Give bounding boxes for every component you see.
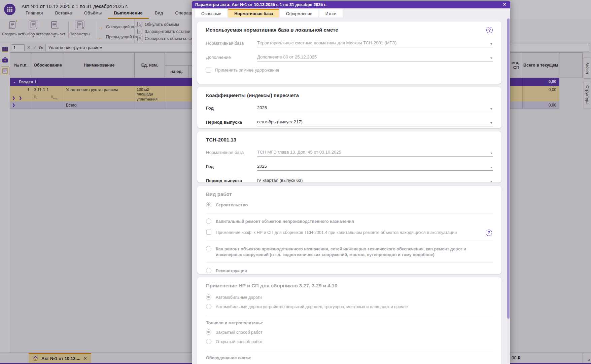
card-title: Вид работ — [206, 191, 493, 197]
addition-select[interactable]: Дополнение 80 от 25.12.2025▾ — [257, 54, 493, 62]
card-coefficients: Коэффициенты (индексы) пересчета Год 202… — [197, 87, 501, 128]
subsection-comm: Оборудование связи: — [206, 356, 493, 360]
tab-formatting[interactable]: Оформление — [280, 9, 318, 17]
tab-normative-base[interactable]: Нормативная база — [228, 9, 279, 17]
chevron-down-icon: ▾ — [490, 107, 492, 111]
card-nr-sp: Применение НР и СП для сборников 3.27, 3… — [197, 277, 501, 364]
radio-capital-repair-prod[interactable]: Кап.ремонт объектов производственного на… — [206, 246, 493, 258]
divider — [206, 213, 493, 213]
card-title: Применение НР и СП для сборников 3.27, 3… — [206, 283, 493, 288]
card-title: Используемая нормативная база в локально… — [206, 27, 338, 33]
radio-open-method[interactable]: Открытый способ работ — [206, 339, 493, 345]
field-tsn-year: Год 2025▾ — [206, 164, 493, 171]
field-release-period: Период выпуска сентябрь (выпуск 217)▾ — [206, 119, 493, 126]
winter-surcharge-checkbox[interactable]: Применить зимнее удорожание — [206, 68, 493, 73]
checkbox-icon — [206, 68, 211, 73]
chevron-down-icon: ▾ — [490, 165, 492, 169]
year-select[interactable]: 2025▾ — [257, 105, 493, 112]
act-parameters-dialog: Параметры акта: Акт №1 от 10.12.2025 с 1… — [192, 1, 510, 364]
radio-off-icon — [206, 304, 211, 309]
checkbox-nr-sp-coeff[interactable]: Применение коэф. к НР и СП для сборников… — [206, 230, 493, 236]
card-normative-base: Используемая нормативная база в локально… — [197, 22, 501, 84]
chevron-down-icon: ▾ — [490, 179, 492, 183]
tsn-base-select[interactable]: ТСН МГЭ глава 13. Доп. 45 от 03.10.2025▾ — [257, 150, 493, 157]
dialog-tab-bar: Основные Нормативная база Оформление Ито… — [192, 8, 510, 17]
field-tsn-release-period: Период выпуска IV квартал (выпуск 63)▾ — [206, 178, 493, 183]
radio-off-icon — [206, 218, 211, 224]
subsection-tunnels: Тоннели и метрополитены: — [206, 321, 493, 325]
field-addition: Дополнение Дополнение 80 от 25.12.2025▾ — [206, 54, 493, 62]
chevron-down-icon: ▾ — [490, 56, 492, 60]
card-work-type: Вид работ Строительство Капитальный ремо… — [197, 186, 501, 274]
tab-totals[interactable]: Итоги — [319, 9, 343, 17]
field-tsn-normative-base: Нормативная база ТСН МГЭ глава 13. Доп. … — [206, 150, 493, 157]
close-dialog-icon[interactable]: ✕ — [502, 2, 507, 7]
divider — [206, 350, 493, 350]
radio-capital-repair-nonprod[interactable]: Капитальный ремонт объектов непроизводст… — [206, 218, 493, 225]
scrollbar-thumb[interactable] — [507, 18, 510, 319]
radio-reconstruction[interactable]: Реконструкция — [206, 268, 493, 274]
help-icon[interactable]: ? — [486, 230, 492, 236]
chevron-down-icon: ▾ — [490, 151, 492, 155]
divider — [206, 262, 493, 263]
dialog-scrollbar[interactable] — [507, 18, 510, 363]
card-tsn-2001-13: ТСН-2001.13 Нормативная база ТСН МГЭ гла… — [197, 131, 501, 183]
dialog-title: Параметры акта: Акт №1 от 10.12.2025 с 1… — [192, 2, 326, 7]
release-period-select[interactable]: сентябрь (выпуск 217)▾ — [257, 119, 493, 126]
chevron-down-icon: ▾ — [490, 121, 492, 125]
card-title: Коэффициенты (индексы) пересчета — [206, 92, 493, 98]
radio-on-icon — [206, 202, 211, 207]
radio-off-icon — [206, 268, 211, 273]
radio-on-icon — [206, 329, 211, 335]
radio-auto-roads-surfacing[interactable]: Автомобильные дороги устройство покрытий… — [206, 304, 493, 310]
dialog-content: Используемая нормативная база в локально… — [192, 17, 510, 364]
dialog-title-bar[interactable]: Параметры акта: Акт №1 от 10.12.2025 с 1… — [192, 1, 510, 8]
radio-construction[interactable]: Строительство — [206, 202, 493, 208]
field-normative-base: Нормативная база Территориальные сметные… — [206, 40, 493, 47]
tsn-year-select[interactable]: 2025▾ — [257, 164, 493, 171]
tab-main[interactable]: Основные — [195, 9, 227, 17]
divider — [206, 315, 493, 315]
radio-on-icon — [206, 294, 211, 300]
checkbox-icon — [206, 230, 211, 235]
radio-auto-roads[interactable]: Автомобильные дороги — [206, 294, 493, 300]
radio-off-icon — [206, 339, 211, 344]
card-title: ТСН-2001.13 — [206, 137, 493, 143]
normative-base-select[interactable]: Территориальные сметные нормативы для Мо… — [257, 40, 493, 47]
radio-off-icon — [206, 246, 211, 251]
field-year: Год 2025▾ — [206, 105, 493, 112]
tsn-release-period-select[interactable]: IV квартал (выпуск 63)▾ — [257, 178, 493, 183]
help-icon[interactable]: ? — [486, 27, 493, 33]
chevron-down-icon: ▾ — [490, 42, 492, 46]
radio-closed-method[interactable]: Закрытый способ работ — [206, 329, 493, 335]
divider — [206, 241, 493, 241]
